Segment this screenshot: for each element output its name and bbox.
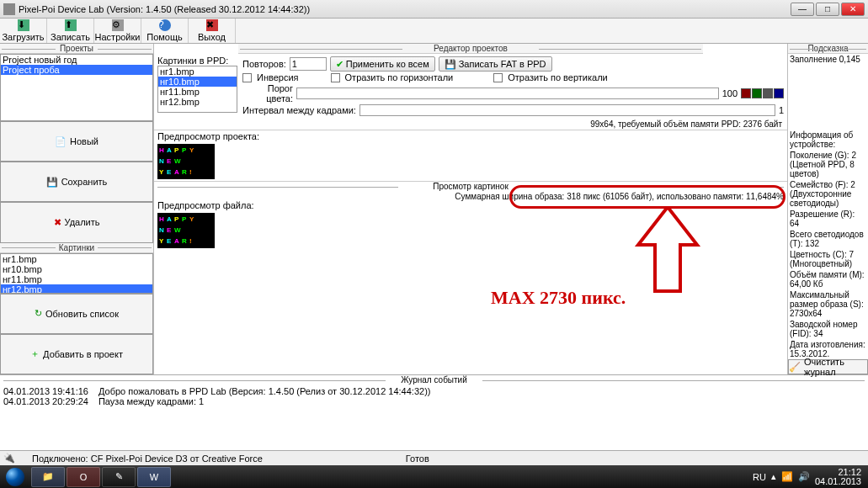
start-button[interactable] (0, 465, 30, 488)
record-button[interactable]: ⬆Записать (47, 19, 94, 43)
journal-time: 04.01.2013 20:29:24 (3, 396, 88, 406)
lang-indicator[interactable]: RU (753, 472, 766, 482)
projects-group-title: Проекты (0, 44, 153, 54)
fliph-checkbox[interactable] (331, 73, 340, 82)
plug-icon: 🔌 (3, 453, 15, 464)
project-preview-label: Предпросмотр проекта: (154, 130, 787, 142)
list-item[interactable]: нг10.bmp (158, 77, 237, 87)
tray-flag-icon[interactable]: ▴ (771, 471, 776, 482)
interval-slider[interactable] (359, 104, 775, 116)
editor-group-title: Редактор проектов (238, 44, 703, 54)
refresh-button[interactable]: ↻Обновить список (0, 294, 153, 334)
list-item[interactable]: нг10.bmp (1, 264, 152, 274)
taskbar-item[interactable]: ✎ (102, 467, 136, 487)
project-preview-image: HAPPY NEW YEAR! (157, 144, 215, 179)
delete-icon: ✖ (54, 217, 61, 228)
list-item[interactable]: нг1.bmp (158, 66, 237, 77)
interval-value: 1 (779, 105, 784, 115)
repeats-label: Повторов: (242, 59, 286, 69)
list-item[interactable]: Project новый год (1, 55, 152, 65)
repeats-input[interactable] (290, 57, 327, 71)
exit-button[interactable]: ✖Выход (189, 19, 236, 43)
list-item[interactable]: Project проба (1, 65, 152, 75)
invert-checkbox[interactable] (242, 73, 252, 82)
annotation-text: МАХ 2730 пикс. (491, 287, 626, 309)
journal-title: Журнал событий (0, 375, 868, 385)
load-button[interactable]: ⬇Загрузить (0, 19, 47, 43)
apply-all-button[interactable]: ✔Применить ко всем (330, 56, 435, 72)
journal-msg: Добро пожаловать в PPD Lab (Версия: 1.4.… (99, 386, 431, 396)
clear-journal-button[interactable]: 🧹Очистить журнал (788, 359, 868, 374)
flipv-checkbox[interactable] (493, 73, 503, 82)
save-icon: 💾 (445, 59, 456, 70)
ppd-label: Картинки в PPD: (157, 56, 237, 66)
memory-line: 99x64, требуемый объём памяти PPD: 2376 … (154, 119, 787, 130)
annotation-arrow (634, 207, 701, 298)
info-line: Поколение (G): 2 (Цветной PPD, 8 цветов) (788, 150, 868, 179)
tray-volume-icon[interactable]: 🔊 (798, 471, 810, 482)
window-title: Pixel-Poi Device Lab (Version: 1.4.50 (R… (19, 4, 791, 14)
journal-time: 04.01.2013 19:41:16 (3, 386, 88, 396)
file-icon: 📄 (55, 136, 67, 147)
info-line: Максимальный размер образа (S): 2730x64 (788, 289, 868, 319)
check-icon: ✔ (336, 59, 343, 70)
threshold-value: 100 (722, 88, 738, 98)
pictures-list[interactable]: нг1.bmp нг10.bmp нг11.bmp нг12.bmp нг13.… (0, 253, 153, 294)
broom-icon: 🧹 (789, 362, 801, 373)
taskbar-item[interactable]: 📁 (31, 467, 65, 487)
help-icon: ? (159, 19, 171, 31)
exit-icon: ✖ (206, 19, 218, 31)
maximize-button[interactable]: □ (816, 3, 839, 16)
connection-status: Подключено: CF Pixel-Poi Device D3 от Cr… (32, 454, 263, 464)
journal-msg: Пауза между кадрами: 1 (99, 396, 431, 406)
info-line: Семейство (F): 2 (Двухсторонние светодио… (788, 179, 868, 209)
delete-button[interactable]: ✖Удалить (0, 202, 153, 242)
help-button[interactable]: ?Помощь (141, 19, 189, 43)
list-item[interactable]: нг1.bmp (1, 254, 152, 264)
list-item[interactable]: нг11.bmp (158, 87, 237, 97)
info-line: Разрешение (R): 64 (788, 209, 868, 229)
threshold-slider[interactable] (296, 88, 719, 99)
tray-clock[interactable]: 21:12 04.01.2013 (815, 468, 861, 486)
info-line: Заводской номер (FID): 34 (788, 319, 868, 339)
plus-icon: ＋ (30, 347, 40, 360)
close-button[interactable]: ✕ (841, 3, 865, 16)
gear-icon: ⚙ (112, 19, 124, 31)
write-fat-button[interactable]: 💾Записать FAT в PPD (439, 56, 552, 72)
list-item[interactable]: нг12.bmp (158, 97, 237, 107)
save-button[interactable]: 💾Сохранить (0, 162, 153, 202)
info-line: Объём памяти (M): 64,00 Кб (788, 269, 868, 289)
hint-group-title: Подсказка (788, 44, 868, 54)
windows-orb-icon (6, 468, 24, 486)
ppd-list[interactable]: нг1.bmp нг10.bmp нг11.bmp нг12.bmp (157, 66, 237, 113)
file-preview-image: HAPPY NEW YEAR! (157, 213, 215, 248)
info-line: Всего светодиодов (T): 132 (788, 229, 868, 249)
interval-label: Интервал между кадрами: (242, 105, 356, 115)
list-item[interactable]: нг12.bmp (1, 284, 152, 294)
refresh-icon: ↻ (35, 308, 42, 319)
projects-list[interactable]: Project новый год Project проба (0, 54, 153, 121)
settings-button[interactable]: ⚙Настройки (94, 19, 141, 43)
ready-status: Готов (406, 454, 429, 464)
tray-network-icon[interactable]: 📶 (781, 471, 793, 482)
app-icon (3, 3, 15, 15)
annotation-circle (509, 185, 785, 209)
new-button[interactable]: 📄Новый (0, 121, 153, 162)
save-icon: 💾 (46, 177, 58, 188)
minimize-button[interactable]: — (791, 3, 814, 16)
upload-icon: ⬆ (65, 19, 77, 31)
info-line: Цветность (C): 7 (Многоцветный) (788, 249, 868, 269)
taskbar-item[interactable]: O (67, 467, 100, 487)
threshold-label: Порог цвета: (242, 83, 293, 103)
info-line: Информация об устройстве: (788, 130, 868, 150)
fill-value: Заполнение 0,145 (788, 54, 868, 65)
color-swatches[interactable] (741, 88, 784, 98)
list-item[interactable]: нг11.bmp (1, 274, 152, 284)
taskbar-item[interactable]: W (137, 467, 171, 487)
pictures-group-title: Картинки (0, 243, 153, 253)
add-to-project-button[interactable]: ＋Добавить в проект (0, 334, 153, 374)
download-icon: ⬇ (18, 19, 29, 31)
